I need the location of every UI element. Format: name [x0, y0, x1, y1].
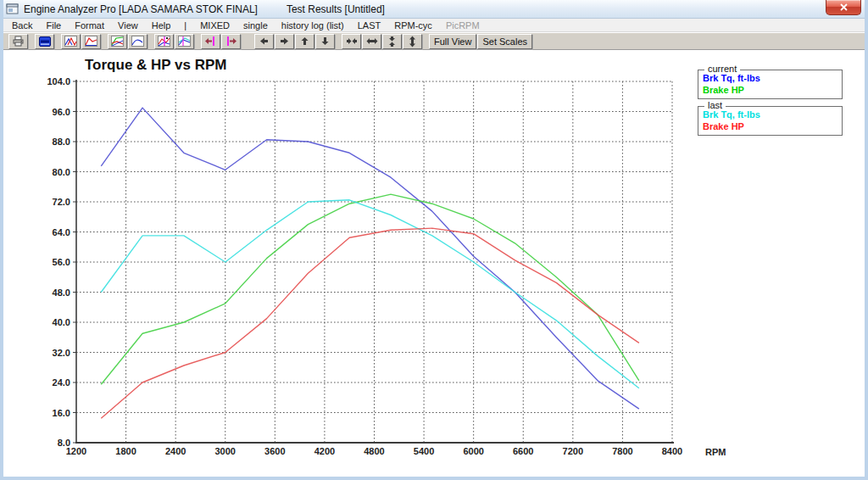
x-tick-label: 6600 [513, 446, 533, 456]
x-tick-label: 4800 [364, 446, 384, 456]
legend-item: Brake HP [703, 84, 837, 96]
y-tick-label: 72.0 [53, 197, 70, 207]
legend-item: Brk Tq, ft-lbs [703, 72, 837, 84]
y-tick-label: 96.0 [53, 107, 70, 117]
y-tick-label: 104.0 [47, 76, 70, 87]
menu-item-view[interactable]: View [111, 19, 145, 32]
scroll-left-button[interactable] [254, 34, 274, 49]
y-tick-label: 64.0 [53, 227, 70, 237]
legend-last: last Brk Tq, ft-lbsBrake HP [698, 106, 843, 136]
cursor-chart-icon [158, 36, 170, 47]
arrow-down-icon [320, 36, 330, 47]
x-tick-label: 7200 [563, 446, 583, 456]
zoom-out-vertical-button[interactable] [403, 34, 422, 49]
x-tick-label: 5400 [414, 446, 434, 456]
menu-item-picrpm: PicRPM [439, 19, 487, 32]
menu-item-format[interactable]: Format [68, 19, 111, 32]
zoom-in-vertical-button[interactable] [382, 34, 402, 49]
app-icon [6, 3, 19, 14]
x-tick-label: 4200 [314, 446, 335, 456]
y-tick-label: 80.0 [53, 167, 70, 177]
y-tick-label: 16.0 [53, 408, 70, 418]
multi-line-chart-icon [111, 36, 124, 47]
set-scales-button[interactable]: Set Scales [477, 34, 532, 49]
graph-cursor-alt-button[interactable] [175, 34, 194, 49]
series-last-brk-tq-ft-lbs [101, 200, 639, 388]
full-view-button[interactable]: Full View [429, 34, 476, 49]
x-tick-label: 7800 [612, 446, 632, 456]
legend-item: Brake HP [703, 120, 837, 132]
x-axis-label: RPM [705, 447, 726, 457]
print-button[interactable] [8, 34, 28, 49]
menu-item-history-log-list[interactable]: history log (list) [275, 19, 351, 32]
menu-item-rpm-cyc[interactable]: RPM-cyc [387, 19, 439, 32]
menu-item-mixed[interactable]: MIXED [193, 19, 236, 32]
cursor-step-left-button[interactable] [201, 34, 220, 49]
graph-dual-curves-button[interactable] [61, 34, 81, 49]
expand-horizontal-icon [366, 36, 378, 46]
menu-item-file[interactable]: File [39, 19, 68, 32]
graph-display-button[interactable] [35, 34, 54, 49]
cursor-step-right-button[interactable] [221, 34, 241, 49]
compress-vertical-icon [387, 36, 397, 47]
title-bar: Engine Analyzer Pro [LADA SAMARA STOK FI… [0, 0, 868, 19]
app-window: Engine Analyzer Pro [LADA SAMARA STOK FI… [0, 0, 868, 480]
arrow-left-icon [259, 36, 270, 46]
x-tick-label: 2400 [165, 446, 186, 456]
chart-area: Torque & HP vs RPM 8.016.024.032.040.048… [3, 50, 865, 477]
graph-line-button[interactable] [128, 34, 147, 49]
legend-current: current Brk Tq, ft-lbsBrake HP [698, 70, 843, 99]
x-tick-label: 3600 [264, 446, 285, 456]
menu-item-[interactable]: | [177, 19, 193, 32]
scroll-up-button[interactable] [295, 34, 314, 49]
cursor-next-icon [225, 36, 237, 47]
scroll-down-button[interactable] [315, 34, 335, 49]
menu-bar: BackFileFormatViewHelp|MIXEDsinglehistor… [0, 19, 868, 32]
x-tick-label: 6000 [463, 446, 483, 456]
arrow-right-icon [279, 36, 290, 46]
single-peak-chart-icon [85, 36, 97, 47]
close-icon [840, 3, 848, 11]
curve-chart-icon [131, 36, 144, 47]
compress-horizontal-icon [346, 36, 358, 46]
scroll-right-button[interactable] [275, 34, 294, 49]
menu-item-single[interactable]: single [236, 19, 275, 32]
legend-current-title: current [704, 64, 740, 74]
chart-title: Torque & HP vs RPM [85, 57, 227, 74]
menu-item-back[interactable]: Back [0, 19, 39, 32]
x-tick-label: 3000 [215, 446, 236, 456]
window-subtitle: Test Results [Untitled] [287, 3, 385, 15]
close-button[interactable] [826, 0, 861, 15]
cursor-chart-alt-icon [178, 36, 191, 47]
zoom-out-horizontal-button[interactable] [362, 34, 381, 49]
menu-item-last[interactable]: LAST [351, 19, 388, 32]
y-tick-label: 32.0 [53, 348, 70, 358]
graph-single-curve-button[interactable] [81, 34, 101, 49]
y-tick-label: 24.0 [53, 377, 70, 388]
x-tick-label: 1800 [115, 446, 136, 456]
x-tick-label: 1200 [66, 446, 86, 456]
menu-item-help[interactable]: Help [145, 19, 178, 32]
graph-cursor-button[interactable] [154, 34, 174, 49]
zoom-in-horizontal-button[interactable] [342, 34, 361, 49]
arrow-up-icon [300, 36, 309, 47]
graph-overlay-button[interactable] [108, 34, 127, 49]
expand-vertical-icon [408, 36, 417, 47]
printer-icon [12, 36, 25, 47]
y-tick-label: 88.0 [53, 137, 70, 147]
toolbar: Full View Set Scales [0, 32, 868, 50]
dual-peak-chart-icon [64, 36, 77, 47]
series-current-brk-tq-ft-lbs [101, 108, 639, 409]
legend-last-title: last [704, 100, 726, 110]
series-current-brake-hp [101, 194, 639, 384]
cursor-prev-icon [204, 36, 217, 47]
y-tick-label: 48.0 [53, 287, 70, 298]
monitor-icon [39, 36, 51, 47]
y-tick-label: 40.0 [53, 317, 70, 327]
window-title: Engine Analyzer Pro [LADA SAMARA STOK FI… [24, 3, 258, 15]
legend-item: Brk Tq, ft-lbs [703, 109, 837, 120]
y-tick-label: 56.0 [53, 257, 70, 267]
x-tick-label: 8400 [662, 446, 682, 456]
